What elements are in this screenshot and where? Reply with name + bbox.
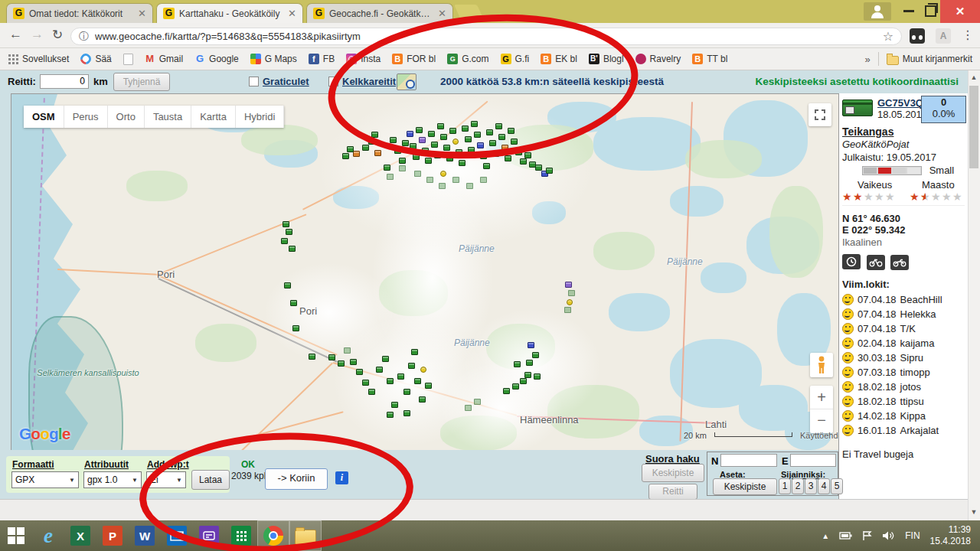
- cache-icon[interactable]: [420, 367, 426, 373]
- cache-icon[interactable]: [512, 383, 519, 390]
- graticulet-link[interactable]: Graticulet: [263, 76, 309, 87]
- page-info-icon[interactable]: ⓘ: [79, 30, 89, 44]
- cache-icon[interactable]: [344, 347, 351, 354]
- cache-icon[interactable]: [309, 354, 315, 360]
- taskbar-start-icon[interactable]: [0, 520, 32, 551]
- cache-icon[interactable]: [290, 300, 297, 306]
- other-bookmarks[interactable]: Muut kirjanmerkit: [887, 54, 972, 65]
- map-layer-osm[interactable]: OSM: [24, 106, 64, 128]
- log-finder[interactable]: T/K: [900, 323, 916, 334]
- log-finder[interactable]: timopp: [900, 367, 930, 378]
- bookmark-fb[interactable]: fFB: [309, 54, 335, 64]
- cache-icon[interactable]: [535, 165, 542, 171]
- bookmark-tt-bl[interactable]: BTT bl: [692, 54, 727, 64]
- cache-icon[interactable]: [564, 307, 571, 313]
- browser-tab-3[interactable]: GGeocache.fi - Geokätköily✕: [306, 3, 453, 23]
- cache-icon[interactable]: [483, 163, 490, 169]
- cache-icon[interactable]: [391, 402, 398, 408]
- cache-icon[interactable]: [350, 359, 357, 365]
- attributes-select[interactable]: gpx 1.0▼: [83, 471, 142, 488]
- bookmarks-overflow-chevron[interactable]: »: [864, 54, 870, 65]
- location-slot-2[interactable]: 2: [792, 478, 804, 494]
- map-layer-hybridi[interactable]: Hybridi: [236, 106, 284, 128]
- cache-icon[interactable]: [338, 360, 345, 367]
- cache-icon[interactable]: [567, 299, 573, 305]
- bookmark-gmail[interactable]: MGmail: [145, 54, 183, 64]
- scroll-down-arrow[interactable]: ▼: [969, 508, 978, 516]
- location-slot-5[interactable]: 5: [831, 478, 843, 494]
- clock[interactable]: 11:39 15.4.2018: [930, 524, 971, 547]
- adobe-pdf-icon[interactable]: A: [936, 28, 951, 44]
- cache-icon[interactable]: [440, 171, 446, 177]
- cache-icon[interactable]: [532, 352, 539, 358]
- cache-icon[interactable]: [408, 363, 415, 369]
- cache-icon[interactable]: [425, 158, 432, 164]
- cache-icon[interactable]: [466, 183, 473, 189]
- taskbar-excel-icon[interactable]: X: [64, 520, 96, 551]
- map-layer-kartta[interactable]: Kartta: [191, 106, 236, 128]
- cache-icon[interactable]: [356, 369, 363, 375]
- taskbar-powerpoint-icon[interactable]: P: [96, 520, 129, 551]
- log-finder[interactable]: Arkajalat: [900, 425, 939, 436]
- log-finder[interactable]: ttipsu: [900, 396, 924, 407]
- cache-icon[interactable]: [514, 361, 521, 367]
- log-finder[interactable]: jotos: [900, 381, 921, 393]
- cache-icon[interactable]: [362, 380, 369, 386]
- cache-icon[interactable]: [353, 151, 360, 157]
- bookmark-star-icon[interactable]: ☆: [883, 29, 893, 44]
- cache-icon[interactable]: [283, 221, 289, 227]
- cache-icon[interactable]: [474, 399, 481, 405]
- cache-icon[interactable]: [368, 389, 375, 395]
- tray-expand-icon[interactable]: ▲: [822, 532, 829, 540]
- cache-icon[interactable]: [452, 177, 459, 183]
- cache-icon[interactable]: [281, 238, 288, 244]
- cache-icon[interactable]: [347, 146, 354, 152]
- taskbar-internet-explorer-icon[interactable]: e: [32, 520, 64, 551]
- cache-icon[interactable]: [425, 383, 432, 389]
- tyhjenna-button[interactable]: Tyhjennä: [113, 73, 170, 91]
- cache-icon[interactable]: [403, 389, 410, 395]
- cache-icon[interactable]: [403, 410, 410, 416]
- browser-tab-2[interactable]: GKarttahaku - Geokätköily✕: [156, 3, 303, 23]
- pegman-button[interactable]: [810, 353, 833, 377]
- cache-icon[interactable]: [376, 367, 383, 373]
- set-centerpoint-button[interactable]: Keskipiste: [713, 478, 777, 495]
- cache-icon[interactable]: [387, 174, 394, 180]
- refresh-button[interactable]: ↻: [52, 27, 63, 43]
- cache-icon[interactable]: [426, 177, 433, 183]
- log-finder[interactable]: kaijama: [900, 337, 935, 349]
- bicycle-icon[interactable]: [867, 255, 885, 270]
- menu-dots-icon[interactable]: ⋮: [962, 28, 974, 42]
- cache-icon[interactable]: [328, 354, 335, 360]
- action-center-flag-icon[interactable]: [862, 530, 872, 541]
- location-slot-3[interactable]: 3: [805, 478, 817, 494]
- cache-icon[interactable]: [387, 412, 394, 418]
- cache-icon[interactable]: [342, 153, 349, 159]
- bookmark-s-[interactable]: Sää: [80, 54, 111, 64]
- cache-icon[interactable]: [374, 150, 381, 156]
- map-terms-link[interactable]: Käyttöehdot: [800, 431, 840, 440]
- battery-icon[interactable]: [839, 531, 852, 540]
- cache-icon[interactable]: [526, 360, 533, 366]
- cache-icon[interactable]: [439, 183, 446, 189]
- cache-icon[interactable]: [397, 373, 404, 380]
- format-select[interactable]: GPX▼: [11, 471, 79, 488]
- log-finder[interactable]: BeachHill: [900, 294, 942, 305]
- google-logo[interactable]: Google: [19, 425, 70, 443]
- time-icon[interactable]: [842, 254, 861, 269]
- browser-tab-1[interactable]: GOmat tiedot: Kätkökorit✕: [6, 3, 153, 23]
- cache-icon[interactable]: [387, 378, 394, 384]
- keyboard-language[interactable]: FIN: [905, 530, 920, 541]
- bookmark-page[interactable]: [123, 54, 133, 65]
- map-layer-orto[interactable]: Orto: [108, 106, 145, 128]
- cache-icon[interactable]: [503, 388, 510, 394]
- reitti-input[interactable]: 0: [40, 74, 89, 89]
- cache-icon[interactable]: [289, 246, 296, 252]
- fullscreen-button[interactable]: [808, 103, 831, 126]
- cache-icon[interactable]: [524, 152, 531, 158]
- motorcycle-icon[interactable]: [890, 255, 909, 270]
- cache-icon[interactable]: [520, 158, 527, 165]
- back-button[interactable]: ←: [9, 27, 22, 42]
- cache-icon[interactable]: [284, 282, 291, 289]
- cache-icon[interactable]: [565, 282, 572, 288]
